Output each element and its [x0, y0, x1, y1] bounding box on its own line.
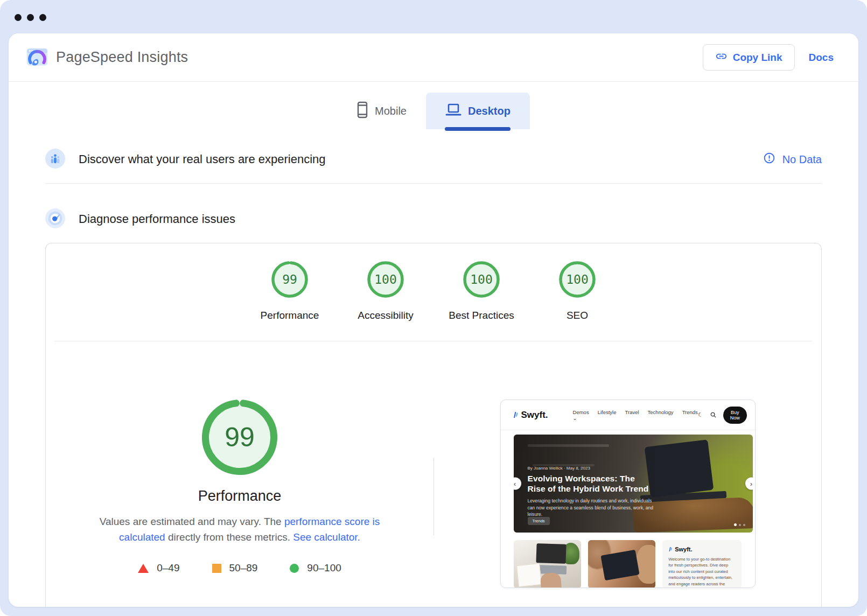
field-data-title: Discover what your real users are experi… [79, 152, 326, 166]
copy-link-button[interactable]: Copy Link [703, 44, 795, 71]
device-tabs: Mobile Desktop [9, 93, 858, 129]
dark-mode-moon-icon[interactable]: ☾ [698, 411, 703, 418]
search-icon[interactable] [710, 410, 716, 420]
hero-title: Evolving Workspaces: The Rise of the Hyb… [528, 474, 662, 494]
score-legend: 0–49 50–89 90–100 [138, 562, 341, 574]
tab-desktop-label: Desktop [468, 105, 511, 117]
score-value: 100 [463, 261, 500, 298]
notebook-shape [516, 563, 542, 587]
preview-about-text: Welcome to your go-to destination for fr… [668, 556, 736, 588]
legend-range: 50–89 [229, 562, 258, 574]
copy-link-label: Copy Link [733, 52, 782, 64]
preview-about-logo: Swyft. [668, 546, 736, 552]
site-screenshot-preview: Swyft. Demos ⌄ Lifestyle Travel Technolo… [500, 400, 756, 588]
window-dot-icon [15, 14, 22, 21]
tab-mobile-label: Mobile [375, 105, 407, 117]
score-value: 100 [367, 261, 404, 298]
score-ring: 100 [559, 261, 596, 298]
caption-text: Values are estimated and may vary. The [100, 516, 284, 527]
gauge-title: Performance [198, 488, 282, 505]
diagnose-card: 99 Performance 100 Accessibility [45, 243, 822, 607]
score-label: SEO [567, 310, 588, 321]
preview-photo-desk [514, 540, 581, 588]
score-value: 99 [271, 261, 308, 298]
performance-gauge: 99 [202, 400, 277, 475]
preview-nav-trends[interactable]: Trends [682, 409, 698, 421]
legend-poor: 0–49 [138, 562, 179, 574]
window-controls [15, 14, 46, 21]
preview-hero-carousel: By Joanna Wellick · May 8, 2023 Evolving… [514, 435, 753, 533]
docs-link[interactable]: Docs [809, 52, 834, 64]
real-users-icon [45, 149, 65, 171]
carousel-dot[interactable] [739, 524, 741, 526]
tab-desktop[interactable]: Desktop [426, 93, 530, 129]
carousel-dot[interactable] [743, 524, 745, 526]
preview-nav: Demos ⌄ Lifestyle Travel Technology Tren… [573, 409, 698, 421]
pagespeed-window: PageSpeed Insights Copy Link Docs [9, 33, 858, 607]
preview-site-header: Swyft. Demos ⌄ Lifestyle Travel Technolo… [501, 400, 755, 430]
preview-site-name: Swyft. [521, 410, 548, 421]
diagnose-compass-icon [45, 208, 65, 230]
score-seo[interactable]: 100 SEO [541, 261, 614, 321]
hand-shape [635, 545, 656, 584]
performance-gauge-section: 99 Performance Values are estimated and … [46, 400, 434, 607]
score-label: Performance [261, 310, 319, 321]
no-data-label: No Data [782, 153, 822, 166]
legend-range: 90–100 [307, 562, 341, 574]
orange-square-icon [212, 564, 221, 573]
gauge-value: 99 [202, 400, 277, 475]
lab-data-title: Diagnose performance issues [79, 212, 235, 226]
score-label: Best Practices [449, 310, 514, 321]
desktop-laptop-icon [445, 103, 462, 120]
hero-article-text: By Joanna Wellick · May 8, 2023 Evolving… [528, 466, 662, 518]
hand-shape [540, 572, 561, 588]
window-dot-icon [27, 14, 34, 21]
field-data-row: Discover what your real users are experi… [45, 145, 822, 173]
legend-range: 0–49 [157, 562, 179, 574]
lab-data-row: Diagnose performance issues [45, 205, 822, 233]
legend-average: 50–89 [212, 562, 258, 574]
green-circle-icon [290, 564, 299, 573]
hero-byline: By Joanna Wellick · May 8, 2023 [528, 466, 662, 471]
score-caption: Values are estimated and may vary. The p… [81, 514, 398, 545]
red-triangle-icon [138, 564, 149, 573]
hero-tag-badge[interactable]: Trends [528, 517, 550, 525]
active-tab-indicator [445, 127, 511, 131]
see-calculator-link[interactable]: See calculator. [293, 531, 360, 543]
info-icon [764, 152, 775, 166]
score-label: Accessibility [358, 310, 413, 321]
preview-card-row: Swyft. Welcome to your go-to destination… [514, 540, 742, 588]
score-ring: 100 [367, 261, 404, 298]
carousel-dot-active[interactable] [734, 523, 737, 526]
score-ring: 99 [271, 261, 308, 298]
tablet-shape [601, 550, 640, 580]
window-dot-icon [39, 14, 46, 21]
score-best-practices[interactable]: 100 Best Practices [445, 261, 518, 321]
caption-text: directly from these metrics. [165, 531, 293, 543]
preview-photo-tablet [588, 540, 655, 588]
link-icon [715, 50, 728, 65]
section-divider [45, 183, 822, 184]
mobile-phone-icon [356, 101, 368, 121]
preview-nav-lifestyle[interactable]: Lifestyle [598, 409, 617, 421]
preview-nav-technology[interactable]: Technology [648, 409, 674, 421]
score-accessibility[interactable]: 100 Accessibility [349, 261, 422, 321]
preview-nav-demos[interactable]: Demos ⌄ [573, 409, 589, 421]
no-data-status[interactable]: No Data [764, 152, 822, 166]
laptop-shape [536, 543, 566, 564]
buy-now-button[interactable]: Buy Now [723, 407, 747, 424]
hero-description: Leveraging technology in daily routines … [528, 498, 654, 517]
page-title: PageSpeed Insights [56, 49, 188, 66]
app-header: PageSpeed Insights Copy Link Docs [9, 33, 858, 82]
score-ring: 100 [463, 261, 500, 298]
preview-nav-travel[interactable]: Travel [625, 409, 639, 421]
preview-site-logo: Swyft. [513, 410, 548, 421]
legend-good: 90–100 [290, 562, 341, 574]
brand: PageSpeed Insights [26, 46, 188, 69]
pagespeed-logo-icon [26, 46, 48, 69]
category-scores: 99 Performance 100 Accessibility [46, 243, 821, 321]
page-background: PageSpeed Insights Copy Link Docs [0, 0, 867, 616]
carousel-dots[interactable] [734, 523, 745, 526]
tab-mobile[interactable]: Mobile [337, 93, 426, 129]
score-performance[interactable]: 99 Performance [253, 261, 326, 321]
